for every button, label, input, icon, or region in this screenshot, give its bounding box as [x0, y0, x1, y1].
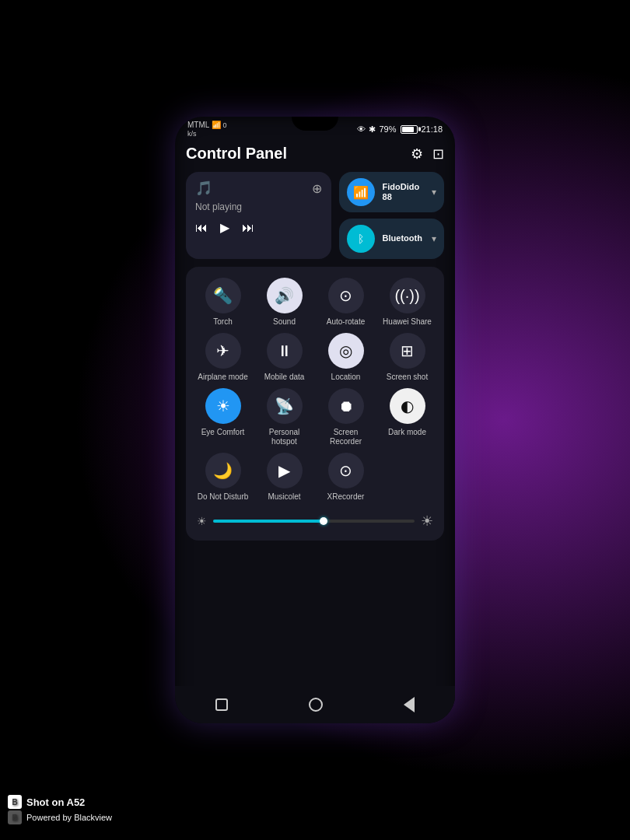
dark-mode-circle: ◐ — [390, 388, 425, 424]
toggle-eye-comfort[interactable]: ☀ Eye Comfort — [194, 388, 252, 446]
toggle-auto-rotate[interactable]: ⊙ Auto-rotate — [317, 278, 375, 327]
brightness-row: ☀ ☀ — [194, 513, 436, 530]
not-playing-text: Not playing — [195, 201, 322, 212]
hotspot-circle: 📡 — [267, 388, 303, 424]
huawei-share-circle: ((·)) — [390, 278, 425, 313]
toggle-dark-mode[interactable]: ◐ Dark mode — [378, 388, 436, 446]
toggle-xrecorder[interactable]: ⊙ XRecorder — [317, 453, 375, 502]
auto-rotate-label: Auto-rotate — [327, 317, 365, 327]
bluetooth-info: Bluetooth — [383, 233, 424, 243]
brightness-fill — [213, 520, 324, 523]
carrier-info: MTML 📶 0k/s — [187, 121, 227, 138]
nav-bar — [175, 686, 455, 723]
hotspot-label: Personal hotspot — [255, 428, 313, 446]
bt-icon: ✱ — [369, 124, 376, 135]
location-circle: ◎ — [328, 333, 364, 369]
home-icon — [309, 698, 323, 712]
xrecorder-circle: ⊙ — [328, 453, 364, 488]
toggles-card: 🔦 Torch 🔊 Sound ⊙ Auto-rotate ((·)) Huaw… — [186, 267, 444, 541]
sound-label: Sound — [273, 317, 296, 327]
sound-circle: 🔊 — [267, 278, 303, 313]
toggle-musicolet[interactable]: ▶ Musicolet — [255, 453, 313, 502]
cp-header-icons: ⚙ ⊡ — [411, 145, 444, 163]
watermark-text1: Shot on A52 — [26, 796, 85, 808]
recents-button[interactable] — [203, 692, 240, 717]
toggle-airplane[interactable]: ✈ Airplane mode — [194, 333, 252, 382]
blackview-logo2: B — [8, 810, 22, 824]
toggle-screenshot[interactable]: ⊞ Screen shot — [378, 333, 436, 382]
brightness-low-icon: ☀ — [197, 515, 207, 527]
watermark: B Shot on A52 B Powered by Blackview — [8, 795, 112, 824]
musicolet-circle: ▶ — [267, 453, 303, 488]
screenshot-circle: ⊞ — [390, 333, 425, 369]
toggle-torch[interactable]: 🔦 Torch — [194, 278, 252, 327]
control-panel: Control Panel ⚙ ⊡ 🎵 ⊕ Not playing ⏮ ▶ ⏭ — [175, 138, 455, 559]
eye-comfort-circle: ☀ — [205, 388, 241, 424]
brightness-thumb — [320, 517, 327, 525]
airplane-circle: ✈ — [205, 333, 241, 369]
cp-title: Control Panel — [186, 145, 287, 163]
home-button[interactable] — [296, 691, 335, 718]
media-top: 🎵 ⊕ — [195, 180, 322, 197]
brightness-high-icon: ☀ — [421, 513, 433, 530]
battery-icon — [401, 125, 418, 134]
cp-header: Control Panel ⚙ ⊡ — [186, 145, 444, 163]
mobile-data-circle: ⏸ — [267, 333, 303, 369]
cast-icon: ⊕ — [312, 181, 322, 196]
toggles-grid: 🔦 Torch 🔊 Sound ⊙ Auto-rotate ((·)) Huaw… — [194, 278, 436, 502]
auto-rotate-circle: ⊙ — [328, 278, 364, 313]
status-right: 👁 ✱ 79% 21:18 — [357, 124, 443, 135]
bluetooth-card[interactable]: ᛒ Bluetooth ▾ — [339, 219, 444, 259]
recents-icon — [215, 698, 228, 711]
huawei-share-label: Huawei Share — [383, 317, 432, 327]
toggle-huawei-share[interactable]: ((·)) Huawei Share — [378, 278, 436, 327]
watermark-line2: B Powered by Blackview — [8, 810, 112, 824]
toggle-sound[interactable]: 🔊 Sound — [255, 278, 313, 327]
play-button[interactable]: ▶ — [220, 220, 229, 235]
top-section: 🎵 ⊕ Not playing ⏮ ▶ ⏭ 📶 FidoDido 88 ▾ — [186, 172, 444, 259]
back-icon — [404, 697, 415, 712]
edit-icon[interactable]: ⊡ — [432, 145, 444, 163]
notch — [292, 117, 338, 131]
screen-recorder-label: Screen Recorder — [317, 428, 375, 446]
toggle-dnd[interactable]: 🌙 Do Not Disturb — [194, 453, 252, 502]
xrecorder-label: XRecorder — [327, 492, 365, 502]
wifi-icon: 📶 — [347, 178, 375, 206]
location-label: Location — [331, 373, 361, 382]
toggle-location[interactable]: ◎ Location — [317, 333, 375, 382]
media-card: 🎵 ⊕ Not playing ⏮ ▶ ⏭ — [186, 172, 331, 259]
brightness-slider[interactable] — [213, 520, 415, 523]
media-controls: ⏮ ▶ ⏭ — [195, 220, 322, 235]
time-text: 21:18 — [421, 124, 443, 134]
wifi-chevron: ▾ — [432, 187, 436, 198]
screen-recorder-circle: ⏺ — [328, 388, 364, 424]
battery-text: 79% — [379, 124, 396, 134]
watermark-text2: Powered by Blackview — [26, 813, 112, 822]
eye-icon: 👁 — [357, 124, 366, 134]
torch-label: Torch — [213, 317, 232, 327]
toggle-screen-recorder[interactable]: ⏺ Screen Recorder — [317, 388, 375, 446]
wifi-card[interactable]: 📶 FidoDido 88 ▾ — [339, 172, 444, 212]
blackview-logo: B — [8, 795, 22, 809]
dnd-circle: 🌙 — [205, 453, 241, 488]
wifi-name: FidoDido 88 — [383, 182, 424, 202]
back-button[interactable] — [391, 691, 427, 719]
watermark-line1: B Shot on A52 — [8, 795, 112, 809]
dark-mode-label: Dark mode — [388, 428, 426, 437]
next-button[interactable]: ⏭ — [242, 221, 254, 235]
signal-icon: 📶 — [212, 121, 221, 129]
toggle-mobile-data[interactable]: ⏸ Mobile data — [255, 333, 313, 382]
screenshot-label: Screen shot — [387, 373, 428, 382]
dnd-label: Do Not Disturb — [198, 492, 249, 502]
musicolet-label: Musicolet — [268, 492, 300, 502]
bt-chevron: ▾ — [432, 233, 436, 244]
eye-comfort-label: Eye Comfort — [201, 428, 245, 437]
mobile-data-label: Mobile data — [264, 373, 305, 382]
toggle-hotspot[interactable]: 📡 Personal hotspot — [255, 388, 313, 446]
phone-screen: MTML 📶 0k/s 👁 ✱ 79% 21:18 Control Panel … — [175, 117, 455, 723]
settings-icon[interactable]: ⚙ — [411, 145, 423, 163]
bluetooth-icon: ᛒ — [347, 225, 375, 253]
prev-button[interactable]: ⏮ — [195, 221, 208, 235]
music-icon: 🎵 — [195, 180, 212, 197]
airplane-label: Airplane mode — [198, 373, 247, 382]
